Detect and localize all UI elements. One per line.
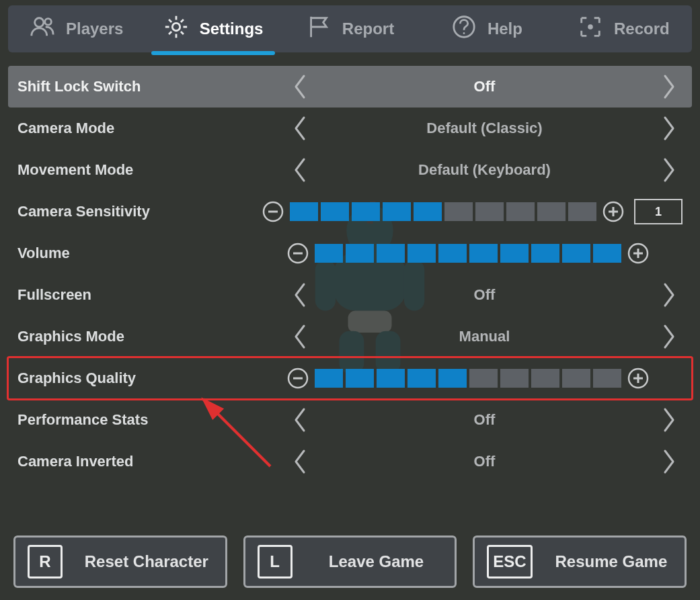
setting-label: Movement Mode: [17, 161, 286, 179]
setting-row-volume: Volume: [8, 232, 692, 274]
chevron-right-icon[interactable]: [656, 282, 683, 308]
setting-row-camera_mode: Camera Mode Default (Classic): [8, 108, 692, 149]
selector-fullscreen: Off: [286, 282, 683, 308]
slider-block[interactable]: [438, 369, 467, 388]
slider-block[interactable]: [531, 369, 559, 388]
slider-block[interactable]: [377, 244, 405, 263]
setting-label: Camera Sensitivity: [17, 203, 262, 220]
slider-block[interactable]: [352, 202, 380, 221]
gear-icon: [163, 14, 189, 44]
selector-value: Off: [313, 78, 656, 95]
tab-settings[interactable]: Settings: [145, 5, 281, 52]
setting-label: Fullscreen: [17, 286, 286, 304]
setting-row-movement_mode: Movement Mode Default (Keyboard): [8, 149, 692, 191]
slider-block[interactable]: [346, 369, 374, 388]
slider-block[interactable]: [407, 244, 436, 263]
slider-block[interactable]: [568, 202, 596, 221]
slider-block[interactable]: [469, 369, 498, 388]
slider-block[interactable]: [500, 369, 529, 388]
chevron-left-icon[interactable]: [286, 73, 313, 100]
chevron-right-icon[interactable]: [656, 73, 683, 100]
footer-buttons: R Reset CharacterL Leave GameESC Resume …: [13, 535, 687, 588]
svg-point-12: [588, 24, 593, 30]
slider-block[interactable]: [593, 244, 621, 263]
tab-label: Players: [66, 19, 123, 38]
selector-shift_lock: Off: [286, 73, 683, 100]
svg-point-9: [172, 23, 180, 30]
chevron-left-icon[interactable]: [286, 282, 313, 308]
plus-icon[interactable]: [627, 242, 650, 265]
minus-icon[interactable]: [262, 200, 284, 223]
slider-block[interactable]: [315, 369, 343, 388]
slider-block[interactable]: [537, 202, 566, 221]
tab-label: Settings: [200, 19, 264, 38]
selector-camera_inverted: Off: [286, 448, 683, 475]
tab-record[interactable]: Record: [555, 5, 692, 52]
tab-label: Report: [342, 19, 394, 38]
slider-block[interactable]: [506, 202, 535, 221]
chevron-right-icon[interactable]: [656, 406, 683, 433]
tab-report[interactable]: Report: [282, 5, 418, 52]
slider-block[interactable]: [562, 369, 590, 388]
tab-players[interactable]: Players: [8, 5, 145, 52]
minus-icon[interactable]: [286, 367, 309, 390]
plus-icon[interactable]: [602, 200, 625, 223]
slider-track: [315, 369, 621, 388]
selector-camera_mode: Default (Classic): [286, 115, 683, 142]
setting-label: Graphics Quality: [17, 370, 286, 387]
chevron-left-icon[interactable]: [286, 323, 313, 350]
selector-value: Off: [313, 286, 656, 304]
tab-help[interactable]: Help: [418, 5, 555, 52]
chevron-right-icon[interactable]: [656, 323, 683, 350]
chevron-right-icon[interactable]: [656, 157, 683, 183]
setting-row-camera_inverted: Camera Inverted Off: [8, 441, 692, 482]
plus-icon[interactable]: [627, 367, 650, 390]
setting-label: Shift Lock Switch: [17, 78, 286, 95]
setting-row-performance_stats: Performance Stats Off: [8, 399, 692, 441]
footer-button-label: Resume Game: [550, 552, 672, 571]
slider-block[interactable]: [383, 202, 411, 221]
setting-row-graphics_mode: Graphics Mode Manual: [8, 316, 692, 357]
selector-performance_stats: Off: [286, 406, 683, 433]
footer-button-label: Reset Character: [80, 552, 213, 571]
tab-label: Help: [488, 19, 522, 38]
chevron-left-icon[interactable]: [286, 448, 313, 475]
setting-label: Camera Inverted: [17, 453, 286, 470]
setting-row-camera_sensitivity: Camera Sensitivity 1: [8, 191, 692, 232]
chevron-left-icon[interactable]: [286, 157, 313, 183]
slider-block[interactable]: [407, 369, 436, 388]
chevron-right-icon[interactable]: [656, 115, 683, 142]
settings-panel: Shift Lock Switch Off Camera Mode Defaul…: [8, 66, 692, 482]
footer-button-leave-game[interactable]: L Leave Game: [243, 535, 457, 588]
slider-block[interactable]: [593, 369, 621, 388]
slider-block[interactable]: [346, 244, 374, 263]
slider-block[interactable]: [469, 244, 498, 263]
slider-block[interactable]: [414, 202, 442, 221]
slider-block[interactable]: [315, 244, 343, 263]
footer-button-resume-game[interactable]: ESC Resume Game: [473, 535, 687, 588]
selector-value: Default (Classic): [313, 120, 656, 137]
selector-movement_mode: Default (Keyboard): [286, 157, 683, 183]
slider-camera_sensitivity: 1: [262, 199, 683, 224]
record-icon: [578, 14, 603, 44]
slider-block[interactable]: [531, 244, 559, 263]
setting-row-graphics_quality: Graphics Quality: [8, 357, 692, 399]
slider-block[interactable]: [438, 244, 467, 263]
chevron-right-icon[interactable]: [656, 448, 683, 475]
setting-label: Graphics Mode: [17, 328, 286, 345]
slider-block[interactable]: [562, 244, 590, 263]
chevron-left-icon[interactable]: [286, 115, 313, 142]
help-icon: [451, 14, 477, 44]
slider-block[interactable]: [500, 244, 529, 263]
minus-icon[interactable]: [286, 242, 309, 265]
chevron-left-icon[interactable]: [286, 406, 313, 433]
slider-numeric-input[interactable]: 1: [634, 199, 683, 224]
selector-graphics_mode: Manual: [286, 323, 683, 350]
slider-block[interactable]: [377, 369, 405, 388]
slider-block[interactable]: [475, 202, 504, 221]
svg-point-8: [45, 19, 52, 26]
slider-block[interactable]: [290, 202, 318, 221]
slider-block[interactable]: [321, 202, 349, 221]
slider-block[interactable]: [444, 202, 473, 221]
footer-button-reset-character[interactable]: R Reset Character: [13, 535, 227, 588]
